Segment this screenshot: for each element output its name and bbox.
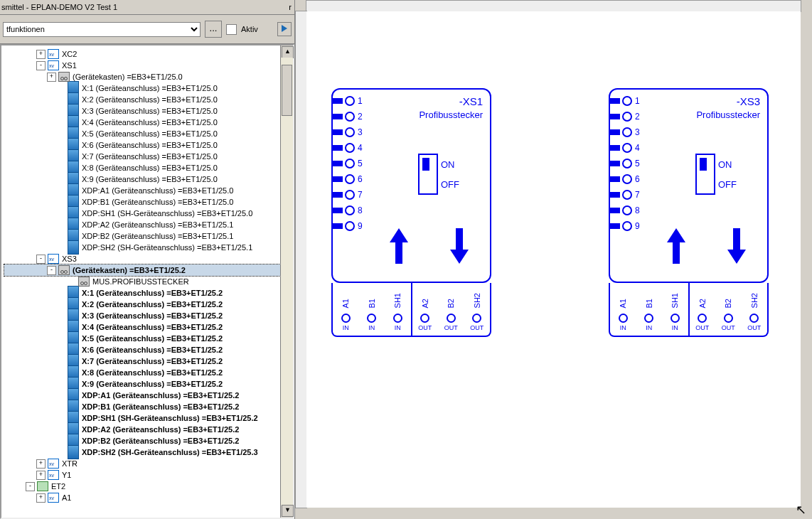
tree-node-label: MUS.PROFIBUSSTECKER bbox=[92, 276, 189, 287]
tree-node[interactable]: X:7 (Geräteanschluss) =EB3+ET1/25.2 bbox=[4, 355, 293, 367]
tree-node[interactable]: X:9 (Geräteanschluss) =EB3+ET1/25.2 bbox=[4, 378, 293, 390]
tree-node[interactable]: X:1 (Geräteanschluss) =EB3+ET1/25.2 bbox=[4, 287, 293, 299]
twisty-spacer bbox=[58, 346, 65, 354]
twisty-spacer bbox=[58, 244, 65, 252]
twisty-spacer bbox=[58, 119, 65, 127]
tree-node-label: XDP:SH2 (SH-Geräteanschluss) =EB3+ET1/25… bbox=[82, 446, 258, 458]
expand-icon[interactable]: + bbox=[36, 459, 46, 469]
cart-icon bbox=[58, 72, 70, 82]
vertical-scrollbar[interactable]: ▲ ▼ bbox=[280, 46, 293, 518]
tree-node-label: XC2 bbox=[62, 48, 77, 60]
collapse-icon[interactable]: - bbox=[47, 266, 56, 275]
tree-node[interactable]: X:8 (Geräteanschluss) =EB3+ET1/25.2 bbox=[4, 367, 293, 378]
tree-node[interactable]: XDP:A2 (Geräteanschluss) =EB3+ET1/25.1 bbox=[4, 219, 293, 230]
scroll-thumb[interactable] bbox=[282, 65, 292, 116]
tree-node[interactable]: XDP:SH1 (SH-Geräteanschluss) =EB3+ET1/25… bbox=[4, 208, 293, 219]
tree-node-label: XDP:SH1 (SH-Geräteanschluss) =EB3+ET1/25… bbox=[82, 208, 252, 219]
twisty-spacer bbox=[58, 437, 65, 445]
expand-icon[interactable]: + bbox=[36, 493, 46, 503]
cart-icon bbox=[78, 277, 90, 287]
tree-node-label: X:3 (Geräteanschluss) =EB3+ET1/25.0 bbox=[82, 105, 218, 117]
expand-icon[interactable]: + bbox=[36, 50, 46, 59]
tree-node[interactable]: XDP:B2 (Geräteanschluss) =EB3+ET1/25.2 bbox=[4, 435, 293, 446]
tree-node[interactable]: X:6 (Geräteanschluss) =EB3+ET1/25.0 bbox=[4, 139, 293, 151]
term-icon bbox=[68, 445, 79, 459]
expand-icon[interactable]: + bbox=[36, 471, 46, 480]
arrow-down-icon bbox=[450, 228, 469, 264]
tree-node[interactable]: X:2 (Geräteanschluss) =EB3+ET1/25.0 bbox=[4, 94, 293, 105]
scroll-up-icon[interactable]: ▲ bbox=[282, 46, 294, 58]
more-button[interactable]: ... bbox=[205, 21, 222, 38]
twisty-spacer bbox=[58, 312, 65, 320]
tree-node[interactable]: X:5 (Geräteanschluss) =EB3+ET1/25.0 bbox=[4, 128, 293, 139]
terminal: SH1IN bbox=[671, 283, 680, 336]
tree-node[interactable]: X:9 (Geräteanschluss) =EB3+ET1/25.0 bbox=[4, 173, 293, 185]
twisty-spacer bbox=[58, 449, 65, 456]
expand-icon[interactable]: + bbox=[47, 73, 56, 82]
tree-node[interactable]: -(Gerätekasten) =EB3+ET1/25.2 bbox=[4, 264, 293, 276]
arrow-down-icon bbox=[727, 228, 746, 264]
device-symbol[interactable]: 123456789-XS3ProfibussteckerONOFFA1INB1I… bbox=[609, 88, 769, 337]
close-icon[interactable]: r bbox=[289, 3, 292, 11]
navigator-panel: smittel - EPLAN-DEMO V2 Test 1 r tfunkti… bbox=[0, 0, 295, 519]
tree-node[interactable]: XDP:SH1 (SH-Geräteanschluss) =EB3+ET1/25… bbox=[4, 412, 293, 424]
tree-node[interactable]: X:2 (Geräteanschluss) =EB3+ET1/25.2 bbox=[4, 299, 293, 310]
tree-node[interactable]: -XS3 bbox=[4, 253, 293, 264]
tree-node[interactable]: -XS1 bbox=[4, 60, 293, 71]
collapse-icon[interactable]: - bbox=[36, 61, 46, 70]
tree-node[interactable]: X:7 (Geräteanschluss) =EB3+ET1/25.0 bbox=[4, 151, 293, 162]
tree-node[interactable]: +XTR bbox=[4, 458, 293, 469]
tree-node-label: X:1 (Geräteanschluss) =EB3+ET1/25.0 bbox=[82, 82, 218, 94]
arrow-up-icon bbox=[667, 228, 685, 264]
device-pin: 8 bbox=[331, 203, 363, 218]
tree-node[interactable]: X:3 (Geräteanschluss) =EB3+ET1/25.0 bbox=[4, 105, 293, 117]
tree-node[interactable]: X:4 (Geräteanschluss) =EB3+ET1/25.2 bbox=[4, 321, 293, 333]
collapse-icon[interactable]: - bbox=[36, 255, 46, 264]
device-symbol[interactable]: 123456789-XS1ProfibussteckerONOFFA1INB1I… bbox=[331, 88, 491, 337]
twisty-spacer bbox=[58, 403, 65, 411]
tree-node-label: XDP:A2 (Geräteanschluss) =EB3+ET1/25.1 bbox=[82, 219, 233, 230]
filter-select[interactable]: tfunktionen bbox=[3, 22, 201, 37]
tree-node-label: X:1 (Geräteanschluss) =EB3+ET1/25.2 bbox=[82, 287, 223, 299]
drawing-canvas[interactable]: 123456789-XS1ProfibussteckerONOFFA1INB1I… bbox=[306, 11, 801, 508]
tree-node[interactable]: X:1 (Geräteanschluss) =EB3+ET1/25.0 bbox=[4, 82, 293, 94]
tree-node[interactable]: XDP:B1 (Geräteanschluss) =EB3+ET1/25.0 bbox=[4, 196, 293, 208]
tree-node-label: X:4 (Geräteanschluss) =EB3+ET1/25.0 bbox=[82, 117, 218, 128]
tree-node[interactable]: X:5 (Geräteanschluss) =EB3+ET1/25.2 bbox=[4, 333, 293, 344]
terminal: A1IN bbox=[619, 283, 628, 336]
tree-node-label: X:3 (Geräteanschluss) =EB3+ET1/25.2 bbox=[82, 310, 223, 321]
tree-node[interactable]: X:4 (Geräteanschluss) =EB3+ET1/25.0 bbox=[4, 117, 293, 128]
tree-node[interactable]: MUS.PROFIBUSSTECKER bbox=[4, 276, 293, 287]
toolbar: tfunktionen ... Aktiv bbox=[0, 15, 294, 44]
aktiv-checkbox[interactable] bbox=[226, 24, 237, 35]
twisty-spacer bbox=[58, 301, 65, 309]
panel-title: smittel - EPLAN-DEMO V2 Test 1 bbox=[1, 3, 117, 11]
tree-node[interactable]: -ET2 bbox=[4, 481, 293, 492]
device-tree[interactable]: +XC2-XS1+(Gerätekasten) =EB3+ET1/25.0X:1… bbox=[1, 46, 293, 506]
tree-node[interactable]: XDP:B1 (Geräteanschluss) =EB3+ET1/25.2 bbox=[4, 401, 293, 412]
tree-node[interactable]: XDP:B2 (Geräteanschluss) =EB3+ET1/25.1 bbox=[4, 230, 293, 242]
ruler-horizontal bbox=[306, 0, 801, 12]
run-button[interactable] bbox=[277, 22, 292, 36]
xy-icon bbox=[48, 493, 59, 503]
tree-node[interactable]: +A1 bbox=[4, 492, 293, 503]
ruler-vertical bbox=[295, 11, 307, 508]
tree-node[interactable]: XDP:SH2 (SH-Geräteanschluss) =EB3+ET1/25… bbox=[4, 446, 293, 458]
tree-node-label: XDP:B2 (Geräteanschluss) =EB3+ET1/25.1 bbox=[82, 230, 233, 242]
tree-node-label: (Gerätekasten) =EB3+ET1/25.0 bbox=[73, 71, 183, 82]
scroll-down-icon[interactable]: ▼ bbox=[282, 505, 294, 517]
tree-node-label: XDP:SH2 (SH-Geräteanschluss) =EB3+ET1/25… bbox=[82, 242, 252, 253]
device-pin: 9 bbox=[609, 218, 640, 234]
collapse-icon[interactable]: - bbox=[26, 482, 35, 491]
tree-node[interactable]: X:8 (Geräteanschluss) =EB3+ET1/25.0 bbox=[4, 162, 293, 173]
tree-node[interactable]: XDP:SH2 (SH-Geräteanschluss) =EB3+ET1/25… bbox=[4, 242, 293, 253]
tree-node[interactable]: X:6 (Geräteanschluss) =EB3+ET1/25.2 bbox=[4, 344, 293, 355]
tree-node[interactable]: XDP:A1 (Geräteanschluss) =EB3+ET1/25.0 bbox=[4, 185, 293, 196]
tree-node[interactable]: X:3 (Geräteanschluss) =EB3+ET1/25.2 bbox=[4, 310, 293, 321]
tree-node[interactable]: +(Gerätekasten) =EB3+ET1/25.0 bbox=[4, 71, 293, 82]
tree-node[interactable]: +Y1 bbox=[4, 469, 293, 481]
tree-node[interactable]: XDP:A2 (Geräteanschluss) =EB3+ET1/25.2 bbox=[4, 424, 293, 435]
twisty-spacer bbox=[58, 198, 65, 206]
tree-node[interactable]: +XC2 bbox=[4, 48, 293, 60]
tree-node[interactable]: XDP:A1 (Geräteanschluss) =EB3+ET1/25.2 bbox=[4, 390, 293, 401]
